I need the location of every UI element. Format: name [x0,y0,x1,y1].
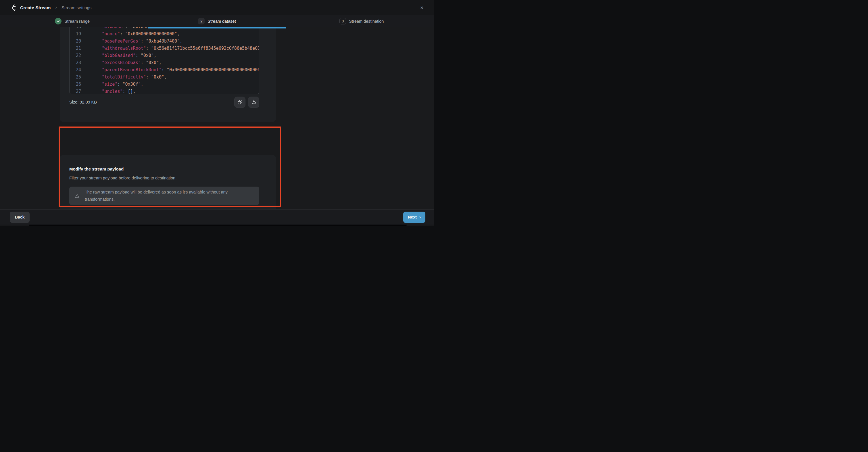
line-number: 24 [69,66,81,73]
code-text: "baseFeePerGas": "0xba43b7400", [81,38,182,45]
step-label: Stream range [64,19,90,24]
code-line: 26 "size": "0x30f", [69,81,259,88]
download-button[interactable] [248,97,259,108]
code-text: "excessBlobGas": "0x0", [81,59,161,66]
code-line: 19 "nonce": "0x0000000000000000", [69,30,259,38]
next-label: Next [408,215,416,219]
code-line: 22 "blobGasUsed": "0x0", [69,52,259,59]
window-shadow-bar [29,224,407,226]
line-number: 25 [69,73,81,81]
code-text: "parentBeaconBlockRoot": "0x000000000000… [81,66,259,73]
next-button[interactable]: Next › [403,212,425,223]
code-text: "uncles": [], [81,88,136,94]
step-number-badge: 3 [339,18,346,25]
header: Create Stream › Stream settings ✕ [0,0,434,15]
payload-json-viewer[interactable]: 18 "mixHash": "0x705c8e04da2c4a6a702c0b6… [69,27,259,94]
code-text: "totalDifficulty": "0x0", [81,73,167,81]
step-stream-dataset[interactable]: 2 Stream dataset [145,15,289,27]
modify-payload-card: Modify the stream payload Filter your st… [60,155,276,209]
line-number: 23 [69,59,81,66]
code-text: "withdrawalsRoot": "0x56e81f171bcc55a6ff… [81,45,259,52]
section-description: Filter your stream payload before delive… [69,176,177,180]
code-text: "nonce": "0x0000000000000000", [81,30,180,38]
line-number: 27 [69,88,81,94]
chevron-right-icon: › [419,214,421,220]
line-number: 18 [69,27,81,30]
line-number: 22 [69,52,81,59]
line-number: 20 [69,38,81,45]
step-stream-destination[interactable]: 3 Stream destination [289,15,434,27]
code-line: 21 "withdrawalsRoot": "0x56e81f171bcc55a… [69,45,259,52]
step-label: Stream dataset [208,19,236,24]
step-label: Stream destination [349,19,384,24]
warning-banner: The raw stream payload will be delivered… [69,187,259,205]
close-icon[interactable]: ✕ [418,4,425,11]
app-logo-icon [10,4,17,11]
code-text: "size": "0x30f", [81,81,144,88]
copy-button[interactable] [234,97,245,108]
copy-icon [237,99,243,105]
line-number: 21 [69,45,81,52]
dataset-preview-card: 18 "mixHash": "0x705c8e04da2c4a6a702c0b6… [60,27,276,122]
section-title: Modify the stream payload [69,167,124,171]
download-icon [251,99,257,105]
stepper: Stream range 2 Stream dataset 3 Stream d… [0,15,434,27]
code-line: 20 "baseFeePerGas": "0xba43b7400", [69,38,259,45]
content-area: 18 "mixHash": "0x705c8e04da2c4a6a702c0b6… [0,27,434,209]
code-line: 25 "totalDifficulty": "0x0", [69,73,259,81]
footer-bar: Back Next › [0,209,434,224]
warning-triangle-icon [75,193,80,199]
code-lines: 18 "mixHash": "0x705c8e04da2c4a6a702c0b6… [69,27,259,94]
check-icon [56,19,60,23]
create-stream-modal: Create Stream › Stream settings ✕ Stream… [0,0,434,226]
breadcrumb-chevron-icon: › [55,5,57,10]
payload-size-label: Size: 92.09 KB [69,100,97,104]
step-number-badge: 2 [198,18,205,25]
back-button[interactable]: Back [10,212,30,223]
code-line: 23 "excessBlobGas": "0x0", [69,59,259,66]
step-stream-range[interactable]: Stream range [0,15,145,27]
code-text: "blobGasUsed": "0x0", [81,52,156,59]
warning-text: The raw stream payload will be delivered… [85,189,248,203]
line-number: 19 [69,30,81,38]
line-number: 26 [69,81,81,88]
code-line: 27 "uncles": [], [69,88,259,94]
breadcrumb: Stream settings [62,5,91,10]
step-complete-badge [55,18,62,25]
size-row: Size: 92.09 KB [69,96,259,108]
page-title: Create Stream [20,5,51,10]
code-line: 24 "parentBeaconBlockRoot": "0x000000000… [69,66,259,73]
